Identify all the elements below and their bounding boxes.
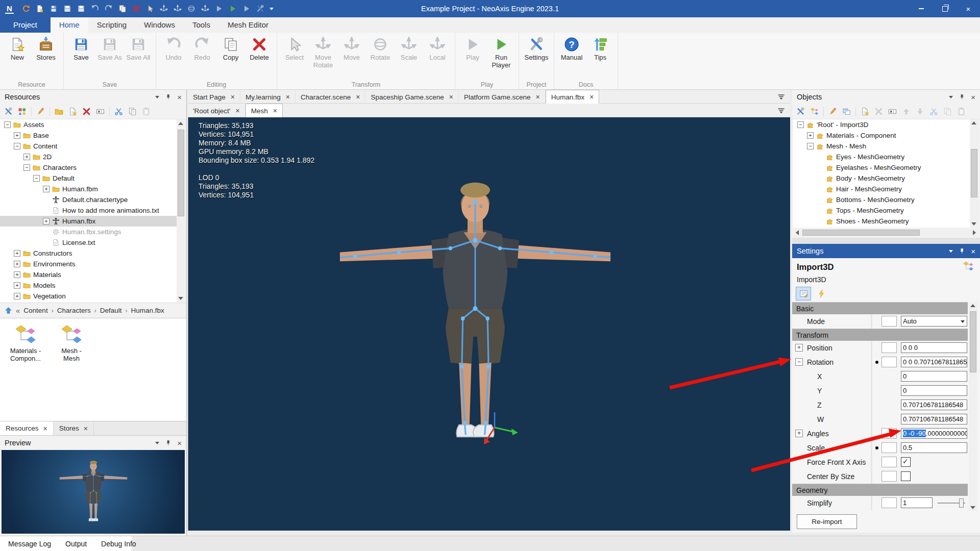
scroll-down-icon[interactable] [970,506,975,509]
slider-handle[interactable] [959,498,964,508]
ribbon-button-undo[interactable]: Undo [159,35,188,62]
panel-menu-icon[interactable] [949,96,953,98]
tab-close-icon[interactable]: × [356,93,360,101]
scrollbar-thumb[interactable] [802,230,920,236]
tree-row-shoes-meshgeometry[interactable]: Shoes - MeshGeometry [793,216,970,227]
scroll-down-icon[interactable] [971,222,976,226]
tab-close-icon[interactable]: × [273,107,277,115]
ribbon-button-manual[interactable]: Manual [557,35,586,62]
tree-expander[interactable]: − [797,121,804,128]
tree-expander[interactable]: − [33,175,40,182]
panel-tab-stores[interactable]: Stores× [54,421,94,435]
tab-close-icon[interactable]: × [231,93,235,101]
tab-close-icon[interactable]: × [286,93,290,101]
objects-tree-scrollbar[interactable] [970,119,978,228]
bottom-tab-debug-info[interactable]: Debug Info [101,540,136,548]
tree-row-vegetation[interactable]: +Vegetation [0,291,177,302]
property-field[interactable]: 0 0 0 [901,342,967,353]
ribbon-tab-home[interactable]: Home [51,17,88,33]
toolbar-paste-button[interactable] [957,107,966,116]
ribbon-tab-windows[interactable]: Windows [135,17,184,33]
property-field[interactable]: 1 [901,497,933,508]
tree-expander[interactable]: − [14,143,20,149]
tree-row-content[interactable]: −Content [0,141,177,152]
toolbar-move-up-button[interactable] [901,107,911,116]
property-field[interactable]: 0.5 [901,442,967,453]
panel-menu-icon[interactable] [155,442,159,444]
toolbar-new-folder-button[interactable] [54,107,64,116]
doc-tab-start-page[interactable]: Start Page× [188,90,240,104]
settings-properties-button[interactable] [796,287,811,300]
restore-button[interactable] [933,0,957,17]
default-value-box[interactable] [881,497,897,508]
qat-settings-button[interactable] [256,4,265,13]
breadcrumb-item-human-fbx[interactable]: Human.fbx [131,307,164,314]
tree-row-models[interactable]: +Models [0,280,177,291]
qat-play-button[interactable] [214,4,224,13]
ribbon-button-redo[interactable]: Redo [188,35,216,62]
tree-row-human-fbm[interactable]: +Human.fbm [0,184,177,194]
tab-close-icon[interactable]: × [84,424,88,433]
tree-row-body-meshgeometry[interactable]: Body - MeshGeometry [793,173,970,184]
toolbar-rename-button[interactable] [888,107,897,116]
tree-expander[interactable]: + [14,132,20,139]
tree-expander[interactable]: + [14,282,20,289]
ribbon-button-select[interactable]: Select [280,35,309,62]
ribbon-button-save-all[interactable]: Save All [124,35,153,62]
property-checkbox[interactable] [901,471,911,481]
default-value-box[interactable] [881,471,897,482]
pin-icon[interactable] [959,94,965,101]
panel-tab-resources[interactable]: Resources× [0,421,54,435]
qat-save-all-button[interactable] [77,4,86,13]
scrollbar-thumb[interactable] [971,149,977,197]
property-field[interactable]: 0 0 0.707106781186548 [901,357,967,367]
resource-item-materials-compon-[interactable]: Materials - Compon... [4,324,47,362]
toolbar-move-down-button[interactable] [915,107,925,116]
tree-row-mesh-mesh[interactable]: −Mesh - Mesh [793,141,970,152]
tree-row-assets[interactable]: −Assets [0,119,177,130]
property-field[interactable]: 0 [901,385,967,396]
tab-close-icon[interactable]: × [449,93,453,101]
close-icon[interactable]: × [177,439,182,447]
tab-list-icon[interactable] [777,93,785,101]
tree-row-default-charactertype[interactable]: Default.charactertype [0,194,177,205]
panel-splitter[interactable] [792,238,980,244]
property-checkbox[interactable] [901,457,911,467]
toolbar-add-window-button[interactable] [842,107,851,116]
ribbon-button-stores[interactable]: Stores [32,35,60,62]
app-menu-button[interactable]: N [5,4,14,14]
tree-expander[interactable]: − [807,143,814,149]
doc-tab-platform-game-scene[interactable]: Platform Game.scene× [459,90,546,104]
3d-viewport[interactable]: Triangles: 35,193Vertices: 104,951Memory… [188,117,790,531]
property-expander[interactable]: − [795,358,803,366]
default-value-box[interactable] [881,442,897,453]
tree-expander[interactable]: + [14,293,20,299]
toolbar-rename-button[interactable] [95,107,105,116]
tree-expander[interactable]: + [43,218,50,224]
qat-save-as-button[interactable] [63,4,72,13]
qat-move-rotate-button[interactable] [159,4,168,13]
ribbon-button-run-player[interactable]: Run Player [487,35,516,69]
ribbon-tab-project[interactable]: Project [0,17,51,33]
toolbar-new-resource-button[interactable] [860,107,870,116]
tree-row-characters[interactable]: −Characters [0,162,177,173]
property-field[interactable]: 0 -0 -90.00000000000 [901,428,967,439]
close-button[interactable]: × [957,0,980,17]
toolbar-delete-gray-button[interactable] [874,107,884,116]
breadcrumb-item-default[interactable]: Default [100,307,122,314]
qat-rotate-button[interactable] [187,4,196,13]
ribbon-button-copy[interactable]: Copy [216,35,245,62]
ribbon-tab-tools[interactable]: Tools [184,17,219,33]
scrollbar-thumb[interactable] [178,130,184,216]
close-icon[interactable]: × [177,93,182,101]
ribbon-tab-scripting[interactable]: Scripting [88,17,135,33]
tree-row-human-fbx-settings[interactable]: Human.fbx.settings [0,227,177,237]
tab-list-icon[interactable] [777,107,785,114]
qat-copy-button[interactable] [118,4,127,13]
breadcrumb-item-content[interactable]: Content [23,307,47,314]
tab-close-icon[interactable]: × [235,107,239,115]
toolbar-delete-button[interactable] [82,107,91,116]
qat-delete-button[interactable] [132,4,141,13]
scroll-up-icon[interactable] [971,121,976,124]
property-dropdown[interactable]: Auto [901,316,967,327]
